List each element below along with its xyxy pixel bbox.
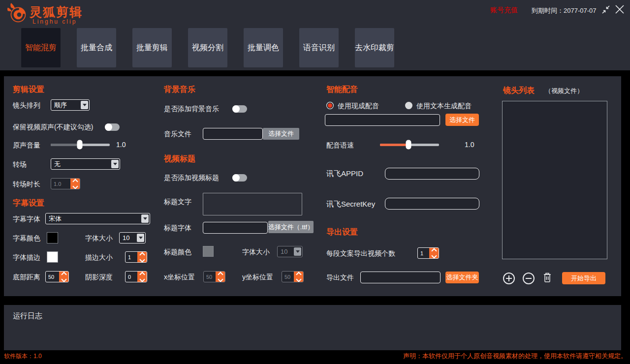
radio-tts-label: 使用文本生成配音 bbox=[416, 102, 472, 111]
volume-value: 1.0 bbox=[116, 141, 126, 149]
shadow-depth-spinner[interactable]: 0 bbox=[125, 271, 147, 282]
spinner-buttons[interactable] bbox=[216, 272, 225, 282]
dropdown-arrow-icon bbox=[81, 101, 88, 109]
spinner-down-icon[interactable] bbox=[72, 183, 78, 189]
tab-batch-color[interactable]: 批量调色 bbox=[244, 28, 283, 67]
title-font-label: 标题字体 bbox=[164, 224, 191, 233]
subtitle-font-select[interactable]: 宋体 bbox=[45, 213, 150, 224]
shot-list-title: 镜头列表 bbox=[503, 86, 535, 96]
tab-batch-edit[interactable]: 批量剪辑 bbox=[132, 28, 172, 67]
vtitle-add-label: 是否添加视频标题 bbox=[164, 174, 219, 182]
spinner-down-icon[interactable] bbox=[431, 253, 437, 258]
title-font-browse-button[interactable]: 选择文件（.ttf） bbox=[268, 221, 314, 233]
y-position-label: y坐标位置 bbox=[242, 273, 273, 282]
keep-audio-label: 保留视频原声(不建议勾选) bbox=[13, 123, 93, 132]
stroke-size-spinner[interactable]: 1 bbox=[125, 251, 147, 263]
subtitle-size-select[interactable]: 10 bbox=[119, 232, 146, 243]
brand-subtitle: Linghu clip bbox=[32, 18, 77, 25]
title-size-select[interactable]: 10 bbox=[277, 246, 303, 257]
spinner-down-icon[interactable] bbox=[139, 257, 145, 262]
header-bar: 灵狐剪辑 Linghu clip 账号充值 到期时间：2077-07-07 智能… bbox=[0, 0, 630, 70]
spinner-buttons[interactable] bbox=[429, 248, 439, 258]
slider-handle[interactable] bbox=[77, 140, 82, 150]
account-recharge-link[interactable]: 账号充值 bbox=[490, 6, 518, 15]
spinner-buttons[interactable] bbox=[294, 272, 303, 282]
tab-smart-mix[interactable]: 智能混剪 bbox=[21, 28, 61, 67]
dubbing-file-input[interactable] bbox=[325, 114, 440, 126]
subtitle-color-label: 字幕颜色 bbox=[13, 234, 40, 243]
shot-list-box[interactable] bbox=[502, 101, 607, 259]
slider-handle[interactable] bbox=[406, 140, 411, 150]
bgm-add-toggle[interactable] bbox=[232, 105, 247, 113]
spinner-down-icon[interactable] bbox=[61, 276, 66, 282]
toggle-knob bbox=[232, 174, 240, 182]
spinner-buttons[interactable] bbox=[59, 272, 68, 282]
tab-speech-recognition[interactable]: 语音识别 bbox=[299, 28, 339, 67]
subtitle-settings-title: 字幕设置 bbox=[13, 198, 44, 209]
tab-watermark-crop[interactable]: 去水印裁剪 bbox=[355, 28, 394, 67]
shot-list-subtitle: （视频文件） bbox=[545, 87, 583, 95]
spinner-down-icon[interactable] bbox=[218, 276, 223, 282]
dubbing-file-browse-button[interactable]: 选择文件 bbox=[445, 114, 479, 126]
log-title: 运行日志 bbox=[13, 311, 42, 321]
spinner-buttons[interactable] bbox=[137, 252, 147, 262]
collapse-window-icon[interactable] bbox=[601, 5, 611, 14]
title-color-swatch[interactable] bbox=[203, 246, 214, 257]
stroke-color-swatch[interactable] bbox=[47, 251, 58, 263]
spinner-down-icon[interactable] bbox=[139, 276, 145, 282]
close-icon[interactable] bbox=[614, 4, 625, 15]
expiry-date-text: 到期时间：2077-07-07 bbox=[532, 6, 597, 15]
add-shot-button[interactable] bbox=[503, 273, 515, 284]
music-file-input[interactable] bbox=[203, 128, 263, 140]
edit-settings-title: 剪辑设置 bbox=[13, 85, 44, 95]
secretkey-input[interactable] bbox=[385, 198, 479, 210]
dropdown-arrow-icon bbox=[137, 234, 144, 242]
radio-existing-dubbing[interactable] bbox=[326, 102, 334, 109]
title-font-input[interactable] bbox=[203, 222, 268, 234]
dubbing-title: 智能配音 bbox=[326, 85, 358, 95]
slider-fill bbox=[51, 144, 80, 146]
volume-slider[interactable] bbox=[51, 140, 110, 150]
bgm-title: 背景音乐 bbox=[164, 85, 195, 95]
bottom-distance-label: 底部距离 bbox=[13, 273, 40, 282]
subtitle-color-swatch[interactable] bbox=[47, 232, 58, 243]
vtitle-add-toggle[interactable] bbox=[232, 174, 247, 182]
speed-label: 配音语速 bbox=[326, 141, 354, 150]
dropdown-arrow-icon bbox=[294, 247, 301, 256]
bottom-distance-spinner[interactable]: 50 bbox=[45, 271, 69, 282]
keep-audio-toggle[interactable] bbox=[105, 123, 120, 131]
export-folder-browse-button[interactable]: 选择文件夹 bbox=[445, 272, 479, 283]
title-text-area[interactable] bbox=[203, 193, 302, 215]
minus-icon bbox=[526, 278, 532, 279]
secretkey-label: 讯飞SecretKey bbox=[326, 200, 375, 209]
trash-icon[interactable] bbox=[542, 272, 552, 283]
dropdown-arrow-icon bbox=[111, 160, 119, 168]
shot-order-select[interactable]: 顺序 bbox=[51, 99, 90, 111]
appid-input[interactable] bbox=[385, 168, 479, 180]
export-file-input[interactable] bbox=[360, 272, 441, 283]
stroke-size-label: 描边大小 bbox=[85, 253, 113, 262]
spinner-buttons[interactable] bbox=[137, 272, 147, 282]
shot-order-label: 镜头排列 bbox=[13, 101, 40, 110]
transition-select[interactable]: 无 bbox=[51, 158, 120, 170]
spinner-buttons[interactable] bbox=[70, 179, 80, 189]
tab-video-split[interactable]: 视频分割 bbox=[188, 28, 227, 67]
app-window: 灵狐剪辑 Linghu clip 账号充值 到期时间：2077-07-07 智能… bbox=[0, 0, 630, 364]
start-export-button[interactable]: 开始导出 bbox=[562, 272, 605, 284]
export-count-spinner[interactable]: 1 bbox=[417, 247, 439, 259]
y-position-spinner[interactable]: 50 bbox=[282, 271, 304, 282]
speed-slider[interactable] bbox=[380, 140, 439, 150]
music-file-label: 音乐文件 bbox=[164, 130, 191, 139]
toggle-knob bbox=[105, 123, 112, 131]
radio-tts-dubbing[interactable] bbox=[405, 102, 412, 109]
speed-value: 1.0 bbox=[465, 141, 474, 149]
log-panel: 运行日志 bbox=[4, 305, 621, 350]
remove-shot-button[interactable] bbox=[523, 273, 535, 284]
spinner-down-icon[interactable] bbox=[296, 276, 301, 282]
x-position-spinner[interactable]: 50 bbox=[203, 271, 225, 282]
music-file-browse-button[interactable]: 选择文件 bbox=[263, 128, 299, 140]
transition-duration-spinner[interactable]: 1.0 bbox=[51, 178, 80, 189]
tab-batch-compose[interactable]: 批量合成 bbox=[77, 28, 116, 67]
volume-label: 原声音量 bbox=[13, 141, 40, 150]
subtitle-size-label: 字体大小 bbox=[85, 234, 113, 243]
